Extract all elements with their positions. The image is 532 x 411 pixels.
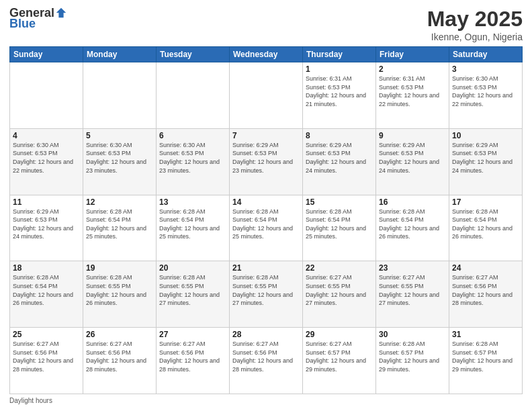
day-number: 23 <box>379 263 446 273</box>
day-info: Sunrise: 6:28 AMSunset: 6:54 PMDaylight:… <box>232 208 300 241</box>
calendar-cell: 15Sunrise: 6:28 AMSunset: 6:54 PMDayligh… <box>303 195 376 261</box>
day-info: Sunrise: 6:30 AMSunset: 6:53 PMDaylight:… <box>452 75 519 108</box>
day-number: 2 <box>379 64 446 74</box>
calendar-cell: 2Sunrise: 6:31 AMSunset: 6:53 PMDaylight… <box>376 62 449 129</box>
header: General Blue May 2025 Ikenne, Ogun, Nige… <box>9 7 523 42</box>
day-number: 8 <box>306 131 373 140</box>
day-info: Sunrise: 6:28 AMSunset: 6:57 PMDaylight:… <box>452 340 519 373</box>
calendar-week-3: 11Sunrise: 6:29 AMSunset: 6:53 PMDayligh… <box>10 195 523 261</box>
day-number: 4 <box>13 131 80 140</box>
calendar-cell: 16Sunrise: 6:28 AMSunset: 6:54 PMDayligh… <box>376 195 449 261</box>
calendar-cell: 9Sunrise: 6:29 AMSunset: 6:53 PMDaylight… <box>376 128 449 195</box>
day-info: Sunrise: 6:27 AMSunset: 6:55 PMDaylight:… <box>306 273 373 307</box>
calendar-cell: 5Sunrise: 6:30 AMSunset: 6:53 PMDaylight… <box>83 128 157 195</box>
day-number: 26 <box>86 330 153 339</box>
day-number: 27 <box>159 330 226 339</box>
day-number: 14 <box>232 197 300 207</box>
day-number: 10 <box>452 131 519 140</box>
calendar-cell: 12Sunrise: 6:28 AMSunset: 6:54 PMDayligh… <box>83 195 157 261</box>
day-number: 7 <box>232 131 300 140</box>
calendar-header-wednesday: Wednesday <box>230 47 303 62</box>
calendar-cell: 11Sunrise: 6:29 AMSunset: 6:53 PMDayligh… <box>10 195 83 261</box>
calendar-week-2: 4Sunrise: 6:30 AMSunset: 6:53 PMDaylight… <box>10 128 523 195</box>
calendar-cell: 6Sunrise: 6:30 AMSunset: 6:53 PMDaylight… <box>157 128 230 195</box>
title-location: Ikenne, Ogun, Nigeria <box>427 32 523 42</box>
day-info: Sunrise: 6:29 AMSunset: 6:53 PMDaylight:… <box>13 208 80 241</box>
day-info: Sunrise: 6:28 AMSunset: 6:54 PMDaylight:… <box>86 208 153 241</box>
calendar-header-thursday: Thursday <box>303 47 376 62</box>
day-number: 29 <box>306 330 373 339</box>
day-number: 22 <box>306 263 373 273</box>
title-month: May 2025 <box>427 7 523 32</box>
day-info: Sunrise: 6:28 AMSunset: 6:54 PMDaylight:… <box>379 208 446 241</box>
calendar-header-tuesday: Tuesday <box>157 47 230 62</box>
calendar-header-row: SundayMondayTuesdayWednesdayThursdayFrid… <box>10 47 523 62</box>
daylight-label: Daylight hours <box>9 397 52 404</box>
calendar-cell: 27Sunrise: 6:27 AMSunset: 6:56 PMDayligh… <box>157 328 230 394</box>
day-info: Sunrise: 6:28 AMSunset: 6:54 PMDaylight:… <box>13 273 80 307</box>
calendar-header-monday: Monday <box>83 47 157 62</box>
calendar-cell: 31Sunrise: 6:28 AMSunset: 6:57 PMDayligh… <box>449 328 523 394</box>
day-info: Sunrise: 6:30 AMSunset: 6:53 PMDaylight:… <box>86 141 153 175</box>
day-info: Sunrise: 6:29 AMSunset: 6:53 PMDaylight:… <box>379 141 446 175</box>
calendar-cell <box>157 62 230 129</box>
day-number: 30 <box>379 330 446 339</box>
day-info: Sunrise: 6:27 AMSunset: 6:57 PMDaylight:… <box>306 340 373 373</box>
calendar-cell: 25Sunrise: 6:27 AMSunset: 6:56 PMDayligh… <box>10 328 83 394</box>
day-info: Sunrise: 6:27 AMSunset: 6:56 PMDaylight:… <box>452 273 519 307</box>
day-info: Sunrise: 6:29 AMSunset: 6:53 PMDaylight:… <box>452 141 519 175</box>
calendar-header-sunday: Sunday <box>10 47 83 62</box>
day-number: 17 <box>452 197 519 207</box>
day-info: Sunrise: 6:29 AMSunset: 6:53 PMDaylight:… <box>306 141 373 175</box>
day-number: 19 <box>86 263 153 273</box>
calendar-header-friday: Friday <box>376 47 449 62</box>
day-info: Sunrise: 6:28 AMSunset: 6:54 PMDaylight:… <box>159 208 226 241</box>
calendar-cell: 24Sunrise: 6:27 AMSunset: 6:56 PMDayligh… <box>449 261 523 328</box>
calendar-week-5: 25Sunrise: 6:27 AMSunset: 6:56 PMDayligh… <box>10 328 523 394</box>
logo: General Blue <box>9 7 67 30</box>
calendar-cell: 28Sunrise: 6:27 AMSunset: 6:56 PMDayligh… <box>230 328 303 394</box>
day-number: 6 <box>159 131 226 140</box>
calendar-cell: 8Sunrise: 6:29 AMSunset: 6:53 PMDaylight… <box>303 128 376 195</box>
day-info: Sunrise: 6:27 AMSunset: 6:56 PMDaylight:… <box>13 340 80 373</box>
calendar-header-saturday: Saturday <box>449 47 523 62</box>
day-info: Sunrise: 6:28 AMSunset: 6:54 PMDaylight:… <box>452 208 519 241</box>
day-info: Sunrise: 6:30 AMSunset: 6:53 PMDaylight:… <box>13 141 80 175</box>
day-info: Sunrise: 6:27 AMSunset: 6:56 PMDaylight:… <box>86 340 153 373</box>
calendar-cell: 30Sunrise: 6:28 AMSunset: 6:57 PMDayligh… <box>376 328 449 394</box>
day-info: Sunrise: 6:27 AMSunset: 6:56 PMDaylight:… <box>159 340 226 373</box>
calendar-cell <box>10 62 83 129</box>
day-number: 31 <box>452 330 519 339</box>
day-number: 1 <box>306 64 373 74</box>
day-info: Sunrise: 6:28 AMSunset: 6:55 PMDaylight:… <box>232 273 300 307</box>
day-number: 28 <box>232 330 300 339</box>
day-info: Sunrise: 6:28 AMSunset: 6:55 PMDaylight:… <box>86 273 153 307</box>
day-number: 5 <box>86 131 153 140</box>
footer: Daylight hours <box>9 397 523 404</box>
logo-blue: Blue <box>9 17 67 30</box>
day-info: Sunrise: 6:31 AMSunset: 6:53 PMDaylight:… <box>306 75 373 108</box>
day-number: 12 <box>86 197 153 207</box>
day-number: 13 <box>159 197 226 207</box>
calendar-cell: 20Sunrise: 6:28 AMSunset: 6:55 PMDayligh… <box>157 261 230 328</box>
calendar-cell <box>230 62 303 129</box>
calendar-week-4: 18Sunrise: 6:28 AMSunset: 6:54 PMDayligh… <box>10 261 523 328</box>
svg-marker-0 <box>56 8 66 17</box>
calendar-cell: 14Sunrise: 6:28 AMSunset: 6:54 PMDayligh… <box>230 195 303 261</box>
calendar-cell: 7Sunrise: 6:29 AMSunset: 6:53 PMDaylight… <box>230 128 303 195</box>
calendar-cell: 13Sunrise: 6:28 AMSunset: 6:54 PMDayligh… <box>157 195 230 261</box>
day-number: 24 <box>452 263 519 273</box>
day-info: Sunrise: 6:31 AMSunset: 6:53 PMDaylight:… <box>379 75 446 108</box>
day-number: 25 <box>13 330 80 339</box>
day-number: 11 <box>13 197 80 207</box>
day-info: Sunrise: 6:28 AMSunset: 6:54 PMDaylight:… <box>306 208 373 241</box>
calendar-cell: 21Sunrise: 6:28 AMSunset: 6:55 PMDayligh… <box>230 261 303 328</box>
calendar-cell: 3Sunrise: 6:30 AMSunset: 6:53 PMDaylight… <box>449 62 523 129</box>
day-number: 15 <box>306 197 373 207</box>
day-number: 20 <box>159 263 226 273</box>
day-info: Sunrise: 6:30 AMSunset: 6:53 PMDaylight:… <box>159 141 226 175</box>
calendar-cell: 1Sunrise: 6:31 AMSunset: 6:53 PMDaylight… <box>303 62 376 129</box>
day-info: Sunrise: 6:27 AMSunset: 6:56 PMDaylight:… <box>232 340 300 373</box>
calendar-week-1: 1Sunrise: 6:31 AMSunset: 6:53 PMDaylight… <box>10 62 523 129</box>
calendar-cell: 22Sunrise: 6:27 AMSunset: 6:55 PMDayligh… <box>303 261 376 328</box>
